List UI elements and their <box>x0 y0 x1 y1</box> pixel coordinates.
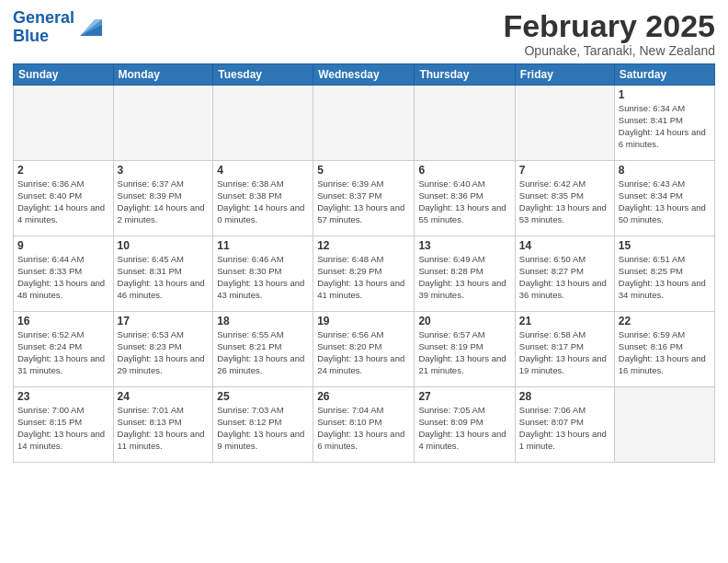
page: General Blue February 2025 Opunake, Tara… <box>0 0 728 563</box>
day-info: Sunrise: 6:50 AM Sunset: 8:27 PM Dayligh… <box>519 254 610 301</box>
weekday-header-friday: Friday <box>515 64 614 86</box>
day-number: 16 <box>17 315 109 327</box>
day-info: Sunrise: 6:38 AM Sunset: 8:38 PM Dayligh… <box>217 178 309 225</box>
day-info: Sunrise: 6:34 AM Sunset: 8:41 PM Dayligh… <box>619 103 711 150</box>
week-row-5: 23Sunrise: 7:00 AM Sunset: 8:15 PM Dayli… <box>14 387 715 463</box>
day-number: 27 <box>418 390 510 403</box>
day-number: 22 <box>619 315 711 327</box>
day-number: 25 <box>217 390 309 403</box>
day-number: 1 <box>619 88 711 101</box>
calendar-cell: 28Sunrise: 7:06 AM Sunset: 8:07 PM Dayli… <box>515 387 614 463</box>
day-number: 20 <box>418 315 510 327</box>
day-number: 21 <box>519 315 610 327</box>
calendar-cell: 2Sunrise: 6:36 AM Sunset: 8:40 PM Daylig… <box>14 161 114 236</box>
day-info: Sunrise: 6:39 AM Sunset: 8:37 PM Dayligh… <box>317 178 410 225</box>
header: General Blue February 2025 Opunake, Tara… <box>13 9 715 58</box>
weekday-header-saturday: Saturday <box>614 64 714 86</box>
calendar-cell <box>113 86 213 161</box>
weekday-header-wednesday: Wednesday <box>313 64 415 86</box>
calendar-cell <box>213 86 313 161</box>
day-info: Sunrise: 7:04 AM Sunset: 8:10 PM Dayligh… <box>317 405 410 452</box>
calendar-cell: 21Sunrise: 6:58 AM Sunset: 8:17 PM Dayli… <box>515 312 614 387</box>
day-info: Sunrise: 7:06 AM Sunset: 8:07 PM Dayligh… <box>519 405 610 452</box>
calendar-cell <box>313 86 415 161</box>
day-info: Sunrise: 6:58 AM Sunset: 8:17 PM Dayligh… <box>519 329 610 376</box>
day-info: Sunrise: 6:52 AM Sunset: 8:24 PM Dayligh… <box>17 329 109 376</box>
day-info: Sunrise: 6:56 AM Sunset: 8:20 PM Dayligh… <box>317 329 410 376</box>
calendar-cell: 7Sunrise: 6:42 AM Sunset: 8:35 PM Daylig… <box>515 161 614 236</box>
day-info: Sunrise: 6:42 AM Sunset: 8:35 PM Dayligh… <box>519 178 610 225</box>
title-area: February 2025 Opunake, Taranaki, New Zea… <box>503 9 715 58</box>
day-info: Sunrise: 7:01 AM Sunset: 8:13 PM Dayligh… <box>118 405 210 452</box>
day-number: 6 <box>418 164 510 177</box>
calendar-cell: 17Sunrise: 6:53 AM Sunset: 8:23 PM Dayli… <box>113 312 213 387</box>
logo-text: General Blue <box>13 9 74 46</box>
day-info: Sunrise: 6:49 AM Sunset: 8:28 PM Dayligh… <box>418 254 510 301</box>
calendar-cell: 8Sunrise: 6:43 AM Sunset: 8:34 PM Daylig… <box>614 161 714 236</box>
week-row-2: 2Sunrise: 6:36 AM Sunset: 8:40 PM Daylig… <box>14 161 715 236</box>
day-number: 19 <box>317 315 410 327</box>
weekday-header-row: SundayMondayTuesdayWednesdayThursdayFrid… <box>14 64 715 86</box>
calendar-cell: 12Sunrise: 6:48 AM Sunset: 8:29 PM Dayli… <box>313 236 415 312</box>
calendar-cell: 14Sunrise: 6:50 AM Sunset: 8:27 PM Dayli… <box>515 236 614 312</box>
day-info: Sunrise: 6:53 AM Sunset: 8:23 PM Dayligh… <box>118 329 210 376</box>
month-title: February 2025 <box>503 9 715 43</box>
calendar-cell <box>614 387 714 463</box>
weekday-header-tuesday: Tuesday <box>213 64 313 86</box>
logo-icon <box>76 12 104 40</box>
calendar-cell: 10Sunrise: 6:45 AM Sunset: 8:31 PM Dayli… <box>113 236 213 312</box>
location: Opunake, Taranaki, New Zealand <box>503 43 715 58</box>
day-info: Sunrise: 6:36 AM Sunset: 8:40 PM Dayligh… <box>17 178 109 225</box>
day-number: 26 <box>317 390 410 403</box>
day-info: Sunrise: 6:45 AM Sunset: 8:31 PM Dayligh… <box>118 254 210 301</box>
calendar-cell: 13Sunrise: 6:49 AM Sunset: 8:28 PM Dayli… <box>415 236 515 312</box>
day-info: Sunrise: 6:43 AM Sunset: 8:34 PM Dayligh… <box>619 178 711 225</box>
week-row-4: 16Sunrise: 6:52 AM Sunset: 8:24 PM Dayli… <box>14 312 715 387</box>
day-number: 23 <box>17 390 109 403</box>
calendar-cell: 11Sunrise: 6:46 AM Sunset: 8:30 PM Dayli… <box>213 236 313 312</box>
calendar-cell: 24Sunrise: 7:01 AM Sunset: 8:13 PM Dayli… <box>113 387 213 463</box>
calendar-cell: 6Sunrise: 6:40 AM Sunset: 8:36 PM Daylig… <box>415 161 515 236</box>
day-info: Sunrise: 6:51 AM Sunset: 8:25 PM Dayligh… <box>619 254 711 301</box>
week-row-1: 1Sunrise: 6:34 AM Sunset: 8:41 PM Daylig… <box>14 86 715 161</box>
calendar-cell: 1Sunrise: 6:34 AM Sunset: 8:41 PM Daylig… <box>614 86 714 161</box>
day-number: 24 <box>118 390 210 403</box>
day-number: 14 <box>519 239 610 252</box>
calendar-cell: 15Sunrise: 6:51 AM Sunset: 8:25 PM Dayli… <box>614 236 714 312</box>
calendar-cell: 16Sunrise: 6:52 AM Sunset: 8:24 PM Dayli… <box>14 312 114 387</box>
day-info: Sunrise: 6:57 AM Sunset: 8:19 PM Dayligh… <box>418 329 510 376</box>
day-info: Sunrise: 6:55 AM Sunset: 8:21 PM Dayligh… <box>217 329 309 376</box>
day-info: Sunrise: 7:05 AM Sunset: 8:09 PM Dayligh… <box>418 405 510 452</box>
calendar-cell: 19Sunrise: 6:56 AM Sunset: 8:20 PM Dayli… <box>313 312 415 387</box>
day-info: Sunrise: 6:40 AM Sunset: 8:36 PM Dayligh… <box>418 178 510 225</box>
day-number: 8 <box>619 164 711 177</box>
day-number: 10 <box>118 239 210 252</box>
day-info: Sunrise: 6:59 AM Sunset: 8:16 PM Dayligh… <box>619 329 711 376</box>
calendar-table: SundayMondayTuesdayWednesdayThursdayFrid… <box>13 63 715 463</box>
day-number: 17 <box>118 315 210 327</box>
day-number: 7 <box>519 164 610 177</box>
day-info: Sunrise: 7:03 AM Sunset: 8:12 PM Dayligh… <box>217 405 309 452</box>
day-info: Sunrise: 6:37 AM Sunset: 8:39 PM Dayligh… <box>118 178 210 225</box>
calendar-cell: 20Sunrise: 6:57 AM Sunset: 8:19 PM Dayli… <box>415 312 515 387</box>
calendar-cell: 23Sunrise: 7:00 AM Sunset: 8:15 PM Dayli… <box>14 387 114 463</box>
logo: General Blue <box>13 9 104 46</box>
calendar-cell: 22Sunrise: 6:59 AM Sunset: 8:16 PM Dayli… <box>614 312 714 387</box>
day-number: 11 <box>217 239 309 252</box>
calendar-cell: 9Sunrise: 6:44 AM Sunset: 8:33 PM Daylig… <box>14 236 114 312</box>
weekday-header-sunday: Sunday <box>14 64 114 86</box>
day-number: 9 <box>17 239 109 252</box>
calendar-cell <box>415 86 515 161</box>
day-info: Sunrise: 7:00 AM Sunset: 8:15 PM Dayligh… <box>17 405 109 452</box>
calendar-cell <box>515 86 614 161</box>
day-number: 28 <box>519 390 610 403</box>
day-number: 3 <box>118 164 210 177</box>
calendar-cell: 25Sunrise: 7:03 AM Sunset: 8:12 PM Dayli… <box>213 387 313 463</box>
weekday-header-monday: Monday <box>113 64 213 86</box>
day-number: 18 <box>217 315 309 327</box>
week-row-3: 9Sunrise: 6:44 AM Sunset: 8:33 PM Daylig… <box>14 236 715 312</box>
calendar-cell: 4Sunrise: 6:38 AM Sunset: 8:38 PM Daylig… <box>213 161 313 236</box>
day-number: 2 <box>17 164 109 177</box>
calendar-cell: 3Sunrise: 6:37 AM Sunset: 8:39 PM Daylig… <box>113 161 213 236</box>
day-info: Sunrise: 6:48 AM Sunset: 8:29 PM Dayligh… <box>317 254 410 301</box>
